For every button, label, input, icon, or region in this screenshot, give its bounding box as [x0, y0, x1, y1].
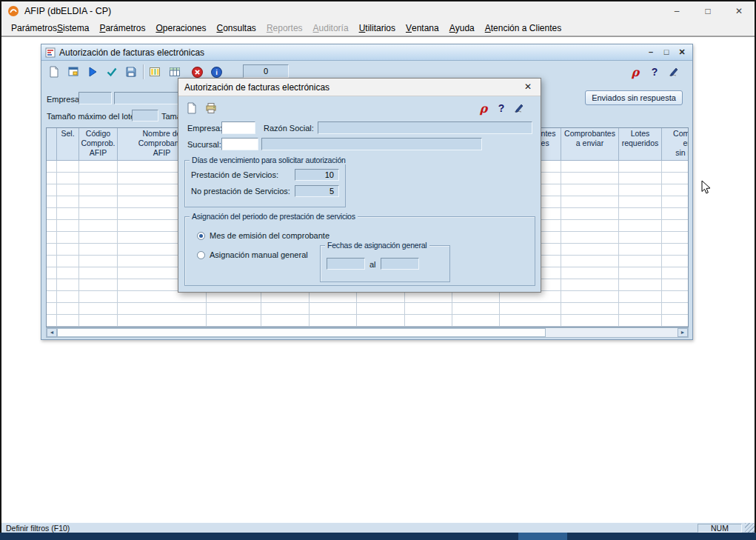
grid-cell[interactable]: [561, 291, 619, 303]
grid-cell[interactable]: [619, 173, 662, 184]
radio-asignacion-manual[interactable]: [197, 251, 205, 259]
grid-cell[interactable]: [357, 315, 405, 327]
resize-grip[interactable]: [745, 523, 755, 533]
grid-cell[interactable]: [561, 220, 619, 232]
grid-cell[interactable]: [662, 220, 689, 232]
grid-cell[interactable]: [619, 208, 662, 220]
menu-item[interactable]: Utilitarios: [354, 21, 401, 36]
grid-cell[interactable]: [79, 291, 118, 303]
grid-cell[interactable]: [561, 315, 619, 327]
grid-cell[interactable]: [405, 291, 452, 303]
grid-cell[interactable]: [79, 184, 118, 196]
grid-cell[interactable]: [619, 196, 662, 208]
grid-cell[interactable]: [207, 303, 261, 315]
dialog-sign-button[interactable]: [510, 99, 528, 117]
grid-cell[interactable]: [118, 291, 207, 303]
grid-cell[interactable]: [57, 303, 79, 315]
grid-cell[interactable]: [79, 244, 118, 256]
grid-cell[interactable]: [207, 291, 261, 303]
grid-cell[interactable]: [57, 196, 79, 208]
grid-cell[interactable]: [662, 196, 689, 208]
grid-cell[interactable]: [47, 244, 57, 256]
grid-cell[interactable]: [619, 267, 662, 279]
grid-cell[interactable]: [452, 315, 500, 327]
grid-cell[interactable]: [561, 184, 619, 196]
grid-cell[interactable]: [79, 232, 118, 244]
columns-button[interactable]: [146, 63, 164, 81]
grid-cell[interactable]: [500, 315, 561, 327]
grid-row[interactable]: [47, 291, 688, 303]
grid-cell[interactable]: [662, 303, 689, 315]
grid-cell[interactable]: [500, 303, 561, 315]
grid-cell[interactable]: [47, 161, 57, 173]
grid-cell[interactable]: [662, 161, 689, 173]
grid-cell[interactable]: [662, 267, 689, 279]
grid-cell[interactable]: [79, 267, 118, 279]
grid-cell[interactable]: [207, 315, 261, 327]
dialog-print-button[interactable]: [202, 99, 220, 117]
filter-button[interactable]: ρ: [626, 63, 644, 81]
grid-cell[interactable]: [561, 208, 619, 220]
properties-button[interactable]: [64, 63, 82, 81]
new-document-button[interactable]: [45, 63, 63, 81]
grid-cell[interactable]: [57, 279, 79, 291]
grid-cell[interactable]: [47, 291, 57, 303]
grid-cell[interactable]: [662, 291, 689, 303]
menu-item[interactable]: Atención a Clientes: [480, 21, 566, 36]
grid-cell[interactable]: [57, 315, 79, 327]
child-close-button[interactable]: ✕: [675, 47, 689, 58]
grid-cell[interactable]: [561, 267, 619, 279]
grid-cell[interactable]: [79, 315, 118, 327]
grid-cell[interactable]: [261, 291, 310, 303]
grid-cell[interactable]: [57, 267, 79, 279]
grid-cell[interactable]: [261, 303, 310, 315]
menu-item[interactable]: Ayuda: [444, 21, 480, 36]
grid-cell[interactable]: [118, 303, 207, 315]
dialog-close-button[interactable]: ✕: [515, 79, 541, 96]
grid-cell[interactable]: [57, 232, 79, 244]
scroll-right-button[interactable]: ►: [678, 328, 688, 337]
grid-cell[interactable]: [79, 161, 118, 173]
grid-cell[interactable]: [57, 208, 79, 220]
grid-cell[interactable]: [619, 220, 662, 232]
menu-item[interactable]: Ventana: [401, 21, 444, 36]
grid-cell[interactable]: [79, 220, 118, 232]
run-button[interactable]: [84, 63, 101, 81]
grid-cell[interactable]: [662, 208, 689, 220]
grid-cell[interactable]: [561, 232, 619, 244]
grid-cell[interactable]: [79, 208, 118, 220]
maximize-button[interactable]: □: [692, 1, 723, 21]
confirm-button[interactable]: [103, 63, 121, 81]
grid-cell[interactable]: [561, 303, 619, 315]
grid-cell[interactable]: [452, 291, 500, 303]
grid-cell[interactable]: [47, 232, 57, 244]
scroll-track[interactable]: [546, 328, 678, 337]
grid-cell[interactable]: [47, 315, 57, 327]
grid-cell[interactable]: [662, 184, 689, 196]
dialog-empresa-input[interactable]: [221, 121, 255, 134]
grid-cell[interactable]: [57, 161, 79, 173]
grid-cell[interactable]: [47, 184, 57, 196]
menu-item[interactable]: Parámetros Sistema: [6, 21, 94, 36]
scroll-left-button[interactable]: ◄: [47, 328, 57, 337]
grid-cell[interactable]: [57, 184, 79, 196]
grid-cell[interactable]: [57, 173, 79, 184]
grid-cell[interactable]: [619, 256, 662, 267]
grid-cell[interactable]: [619, 303, 662, 315]
grid-cell[interactable]: [662, 279, 689, 291]
grid-cell[interactable]: [310, 291, 357, 303]
no-prestacion-input[interactable]: 5: [295, 185, 339, 197]
grid-cell[interactable]: [619, 232, 662, 244]
grid-cell[interactable]: [47, 208, 57, 220]
grid-cell[interactable]: [405, 303, 452, 315]
grid-cell[interactable]: [57, 244, 79, 256]
grid-cell[interactable]: [79, 303, 118, 315]
prestacion-input[interactable]: 10: [295, 169, 339, 181]
grid-cell[interactable]: [47, 279, 57, 291]
grid-cell[interactable]: [561, 196, 619, 208]
dialog-help-button[interactable]: ?: [492, 99, 510, 117]
child-minimize-button[interactable]: –: [644, 47, 658, 58]
grid-row[interactable]: [47, 315, 688, 327]
grid-cell[interactable]: [561, 279, 619, 291]
minimize-button[interactable]: –: [661, 1, 692, 21]
